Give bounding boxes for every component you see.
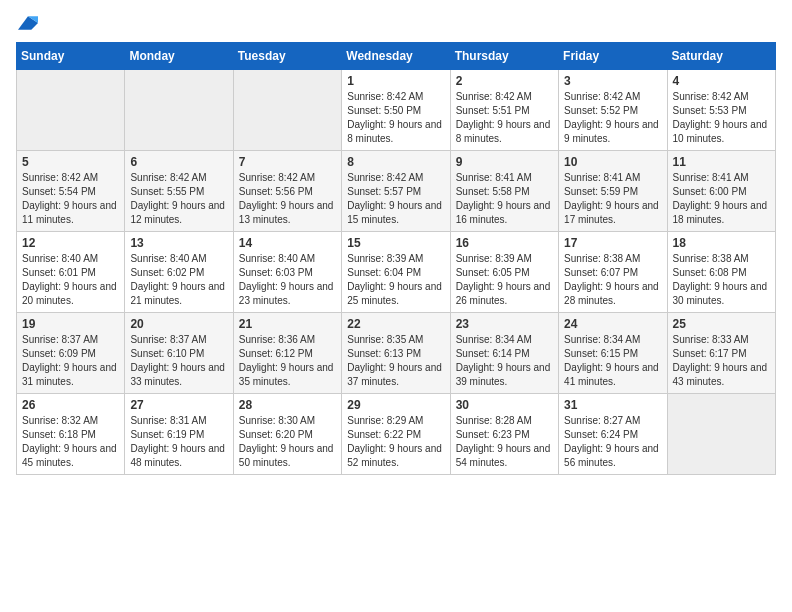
day-number: 13 bbox=[130, 236, 227, 250]
day-number: 16 bbox=[456, 236, 553, 250]
day-info: Sunrise: 8:38 AM Sunset: 6:07 PM Dayligh… bbox=[564, 252, 661, 308]
day-number: 29 bbox=[347, 398, 444, 412]
calendar-cell: 22Sunrise: 8:35 AM Sunset: 6:13 PM Dayli… bbox=[342, 313, 450, 394]
calendar-cell bbox=[667, 394, 775, 475]
calendar-cell: 23Sunrise: 8:34 AM Sunset: 6:14 PM Dayli… bbox=[450, 313, 558, 394]
weekday-header-friday: Friday bbox=[559, 43, 667, 70]
weekday-header-sunday: Sunday bbox=[17, 43, 125, 70]
day-info: Sunrise: 8:29 AM Sunset: 6:22 PM Dayligh… bbox=[347, 414, 444, 470]
day-number: 4 bbox=[673, 74, 770, 88]
day-info: Sunrise: 8:42 AM Sunset: 5:51 PM Dayligh… bbox=[456, 90, 553, 146]
day-info: Sunrise: 8:38 AM Sunset: 6:08 PM Dayligh… bbox=[673, 252, 770, 308]
day-number: 22 bbox=[347, 317, 444, 331]
day-info: Sunrise: 8:39 AM Sunset: 6:05 PM Dayligh… bbox=[456, 252, 553, 308]
day-number: 19 bbox=[22, 317, 119, 331]
day-number: 23 bbox=[456, 317, 553, 331]
calendar-cell: 21Sunrise: 8:36 AM Sunset: 6:12 PM Dayli… bbox=[233, 313, 341, 394]
day-info: Sunrise: 8:42 AM Sunset: 5:54 PM Dayligh… bbox=[22, 171, 119, 227]
day-number: 24 bbox=[564, 317, 661, 331]
week-row-5: 26Sunrise: 8:32 AM Sunset: 6:18 PM Dayli… bbox=[17, 394, 776, 475]
calendar-cell: 19Sunrise: 8:37 AM Sunset: 6:09 PM Dayli… bbox=[17, 313, 125, 394]
day-number: 7 bbox=[239, 155, 336, 169]
calendar-cell: 25Sunrise: 8:33 AM Sunset: 6:17 PM Dayli… bbox=[667, 313, 775, 394]
weekday-header-saturday: Saturday bbox=[667, 43, 775, 70]
calendar-cell: 28Sunrise: 8:30 AM Sunset: 6:20 PM Dayli… bbox=[233, 394, 341, 475]
calendar-cell: 15Sunrise: 8:39 AM Sunset: 6:04 PM Dayli… bbox=[342, 232, 450, 313]
day-info: Sunrise: 8:42 AM Sunset: 5:50 PM Dayligh… bbox=[347, 90, 444, 146]
day-info: Sunrise: 8:37 AM Sunset: 6:09 PM Dayligh… bbox=[22, 333, 119, 389]
calendar-cell: 2Sunrise: 8:42 AM Sunset: 5:51 PM Daylig… bbox=[450, 70, 558, 151]
day-info: Sunrise: 8:42 AM Sunset: 5:56 PM Dayligh… bbox=[239, 171, 336, 227]
calendar-cell: 14Sunrise: 8:40 AM Sunset: 6:03 PM Dayli… bbox=[233, 232, 341, 313]
day-number: 8 bbox=[347, 155, 444, 169]
day-info: Sunrise: 8:41 AM Sunset: 6:00 PM Dayligh… bbox=[673, 171, 770, 227]
calendar-cell: 11Sunrise: 8:41 AM Sunset: 6:00 PM Dayli… bbox=[667, 151, 775, 232]
calendar-cell: 29Sunrise: 8:29 AM Sunset: 6:22 PM Dayli… bbox=[342, 394, 450, 475]
day-info: Sunrise: 8:32 AM Sunset: 6:18 PM Dayligh… bbox=[22, 414, 119, 470]
calendar-cell: 31Sunrise: 8:27 AM Sunset: 6:24 PM Dayli… bbox=[559, 394, 667, 475]
day-info: Sunrise: 8:42 AM Sunset: 5:55 PM Dayligh… bbox=[130, 171, 227, 227]
page-header bbox=[16, 16, 776, 30]
calendar-cell: 20Sunrise: 8:37 AM Sunset: 6:10 PM Dayli… bbox=[125, 313, 233, 394]
calendar-cell: 26Sunrise: 8:32 AM Sunset: 6:18 PM Dayli… bbox=[17, 394, 125, 475]
calendar-cell: 16Sunrise: 8:39 AM Sunset: 6:05 PM Dayli… bbox=[450, 232, 558, 313]
day-info: Sunrise: 8:40 AM Sunset: 6:01 PM Dayligh… bbox=[22, 252, 119, 308]
day-info: Sunrise: 8:42 AM Sunset: 5:53 PM Dayligh… bbox=[673, 90, 770, 146]
calendar-cell: 6Sunrise: 8:42 AM Sunset: 5:55 PM Daylig… bbox=[125, 151, 233, 232]
day-number: 12 bbox=[22, 236, 119, 250]
day-number: 27 bbox=[130, 398, 227, 412]
calendar-cell bbox=[233, 70, 341, 151]
day-number: 18 bbox=[673, 236, 770, 250]
weekday-header-monday: Monday bbox=[125, 43, 233, 70]
calendar-cell: 9Sunrise: 8:41 AM Sunset: 5:58 PM Daylig… bbox=[450, 151, 558, 232]
day-number: 1 bbox=[347, 74, 444, 88]
day-number: 10 bbox=[564, 155, 661, 169]
week-row-4: 19Sunrise: 8:37 AM Sunset: 6:09 PM Dayli… bbox=[17, 313, 776, 394]
calendar-cell: 30Sunrise: 8:28 AM Sunset: 6:23 PM Dayli… bbox=[450, 394, 558, 475]
calendar-cell: 17Sunrise: 8:38 AM Sunset: 6:07 PM Dayli… bbox=[559, 232, 667, 313]
calendar-cell: 18Sunrise: 8:38 AM Sunset: 6:08 PM Dayli… bbox=[667, 232, 775, 313]
day-number: 6 bbox=[130, 155, 227, 169]
day-number: 9 bbox=[456, 155, 553, 169]
day-info: Sunrise: 8:39 AM Sunset: 6:04 PM Dayligh… bbox=[347, 252, 444, 308]
day-info: Sunrise: 8:28 AM Sunset: 6:23 PM Dayligh… bbox=[456, 414, 553, 470]
day-info: Sunrise: 8:30 AM Sunset: 6:20 PM Dayligh… bbox=[239, 414, 336, 470]
calendar-cell: 4Sunrise: 8:42 AM Sunset: 5:53 PM Daylig… bbox=[667, 70, 775, 151]
weekday-header-thursday: Thursday bbox=[450, 43, 558, 70]
weekday-header-row: SundayMondayTuesdayWednesdayThursdayFrid… bbox=[17, 43, 776, 70]
day-number: 14 bbox=[239, 236, 336, 250]
day-info: Sunrise: 8:33 AM Sunset: 6:17 PM Dayligh… bbox=[673, 333, 770, 389]
day-info: Sunrise: 8:40 AM Sunset: 6:03 PM Dayligh… bbox=[239, 252, 336, 308]
day-info: Sunrise: 8:42 AM Sunset: 5:57 PM Dayligh… bbox=[347, 171, 444, 227]
day-info: Sunrise: 8:42 AM Sunset: 5:52 PM Dayligh… bbox=[564, 90, 661, 146]
day-number: 21 bbox=[239, 317, 336, 331]
calendar-table: SundayMondayTuesdayWednesdayThursdayFrid… bbox=[16, 42, 776, 475]
calendar-cell: 7Sunrise: 8:42 AM Sunset: 5:56 PM Daylig… bbox=[233, 151, 341, 232]
calendar-cell: 1Sunrise: 8:42 AM Sunset: 5:50 PM Daylig… bbox=[342, 70, 450, 151]
day-info: Sunrise: 8:27 AM Sunset: 6:24 PM Dayligh… bbox=[564, 414, 661, 470]
day-info: Sunrise: 8:31 AM Sunset: 6:19 PM Dayligh… bbox=[130, 414, 227, 470]
calendar-cell: 24Sunrise: 8:34 AM Sunset: 6:15 PM Dayli… bbox=[559, 313, 667, 394]
day-info: Sunrise: 8:34 AM Sunset: 6:14 PM Dayligh… bbox=[456, 333, 553, 389]
day-number: 3 bbox=[564, 74, 661, 88]
day-number: 11 bbox=[673, 155, 770, 169]
week-row-3: 12Sunrise: 8:40 AM Sunset: 6:01 PM Dayli… bbox=[17, 232, 776, 313]
day-number: 20 bbox=[130, 317, 227, 331]
day-info: Sunrise: 8:41 AM Sunset: 5:59 PM Dayligh… bbox=[564, 171, 661, 227]
calendar-cell: 10Sunrise: 8:41 AM Sunset: 5:59 PM Dayli… bbox=[559, 151, 667, 232]
calendar-cell: 27Sunrise: 8:31 AM Sunset: 6:19 PM Dayli… bbox=[125, 394, 233, 475]
weekday-header-tuesday: Tuesday bbox=[233, 43, 341, 70]
calendar-cell: 5Sunrise: 8:42 AM Sunset: 5:54 PM Daylig… bbox=[17, 151, 125, 232]
day-number: 26 bbox=[22, 398, 119, 412]
day-number: 30 bbox=[456, 398, 553, 412]
week-row-2: 5Sunrise: 8:42 AM Sunset: 5:54 PM Daylig… bbox=[17, 151, 776, 232]
logo-icon bbox=[18, 16, 38, 30]
day-number: 17 bbox=[564, 236, 661, 250]
calendar-cell: 13Sunrise: 8:40 AM Sunset: 6:02 PM Dayli… bbox=[125, 232, 233, 313]
day-info: Sunrise: 8:40 AM Sunset: 6:02 PM Dayligh… bbox=[130, 252, 227, 308]
calendar-cell: 12Sunrise: 8:40 AM Sunset: 6:01 PM Dayli… bbox=[17, 232, 125, 313]
day-info: Sunrise: 8:35 AM Sunset: 6:13 PM Dayligh… bbox=[347, 333, 444, 389]
calendar-cell bbox=[17, 70, 125, 151]
calendar-cell: 8Sunrise: 8:42 AM Sunset: 5:57 PM Daylig… bbox=[342, 151, 450, 232]
calendar-cell: 3Sunrise: 8:42 AM Sunset: 5:52 PM Daylig… bbox=[559, 70, 667, 151]
